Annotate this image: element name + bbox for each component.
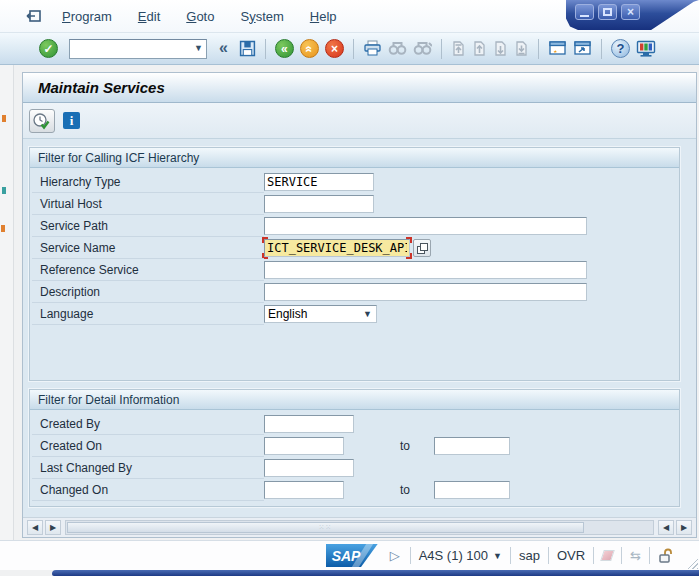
created-on-from-input[interactable] xyxy=(264,437,344,455)
reference-service-label: Reference Service xyxy=(40,263,264,277)
menu-edit[interactable]: Edit xyxy=(138,9,160,24)
created-by-input[interactable] xyxy=(264,415,354,433)
created-on-to-input[interactable] xyxy=(434,437,510,455)
service-name-label: Service Name xyxy=(40,241,264,255)
multiple-selection-button[interactable] xyxy=(413,239,431,257)
customize-layout-button[interactable] xyxy=(636,40,656,58)
service-path-input[interactable] xyxy=(264,217,587,235)
created-on-label: Created On xyxy=(40,439,264,453)
resize-grip[interactable] xyxy=(685,556,698,569)
hierarchy-type-input[interactable] xyxy=(264,173,374,191)
information-button[interactable]: i xyxy=(63,112,80,129)
find-button[interactable] xyxy=(388,41,407,56)
exit-icon: « xyxy=(303,45,315,52)
changed-on-from-input[interactable] xyxy=(264,481,344,499)
description-label: Description xyxy=(40,285,264,299)
status-separator xyxy=(621,547,622,564)
exit-button[interactable]: « xyxy=(300,39,319,58)
command-input[interactable] xyxy=(70,41,182,57)
scroll-right-button[interactable]: ▶ xyxy=(676,520,692,535)
filter-detail-groupbox: Filter for Detail Information Created By… xyxy=(29,389,680,507)
next-page-button[interactable] xyxy=(493,40,508,57)
form-row: Changed On to xyxy=(30,479,679,501)
scroll-left-button[interactable]: ◀ xyxy=(658,520,674,535)
last-changed-by-input[interactable] xyxy=(264,459,354,477)
collapse-toolbar-icon[interactable]: « xyxy=(219,39,228,57)
menu-goto[interactable]: Goto xyxy=(186,9,214,24)
menu-system[interactable]: System xyxy=(240,9,283,24)
close-button[interactable]: × xyxy=(621,4,640,20)
sap-gui-window: Program Edit Goto System Help × ✓ ▼ « « … xyxy=(0,0,699,576)
status-expand-icon[interactable]: ▷ xyxy=(390,548,400,563)
toolbar-separator xyxy=(353,39,354,59)
execute-button[interactable] xyxy=(29,109,55,133)
maximize-button[interactable] xyxy=(598,4,617,20)
form-row: Reference Service xyxy=(30,259,679,281)
system-session-info[interactable]: A4S (1) 100 xyxy=(419,548,488,563)
save-button[interactable] xyxy=(239,40,256,57)
status-separator xyxy=(510,547,511,564)
form-row: Service Name xyxy=(30,237,679,259)
save-icon xyxy=(239,40,256,57)
form-row: Created By xyxy=(30,413,679,435)
last-page-button[interactable] xyxy=(514,40,529,57)
language-select[interactable]: English ▼ xyxy=(264,305,377,323)
enter-button[interactable]: ✓ xyxy=(39,39,58,58)
command-field-wrap: ▼ xyxy=(69,39,207,59)
filter-icf-groupbox: Filter for Calling ICF Hierarchy Hierarc… xyxy=(29,147,680,381)
cancel-button[interactable]: × xyxy=(325,39,344,58)
window-margin xyxy=(0,65,14,540)
new-session-icon xyxy=(548,40,567,57)
menu-help[interactable]: Help xyxy=(310,9,337,24)
margin-speck xyxy=(2,115,6,122)
help-button[interactable]: ? xyxy=(611,39,630,58)
first-page-icon xyxy=(451,40,466,57)
check-icon: ✓ xyxy=(43,43,53,55)
close-icon: × xyxy=(627,6,634,18)
reference-service-input[interactable] xyxy=(264,261,587,279)
command-dropdown-icon[interactable]: ▼ xyxy=(194,43,203,53)
page-title: Maintain Services xyxy=(38,79,165,96)
alert-icon xyxy=(600,550,615,561)
hierarchy-type-label: Hierarchy Type xyxy=(40,175,264,189)
minimize-button[interactable] xyxy=(575,4,594,20)
print-icon xyxy=(363,40,382,57)
scrollbar-thumb[interactable]: ⁙⁙ xyxy=(67,522,584,533)
toolbar-separator xyxy=(265,39,266,59)
scroll-right-button[interactable]: ▶ xyxy=(45,520,61,535)
find-next-icon xyxy=(413,41,432,56)
create-shortcut-button[interactable] xyxy=(573,40,592,57)
margin-speck xyxy=(2,187,6,194)
focus-corner xyxy=(406,237,412,243)
groupbox-title: Filter for Calling ICF Hierarchy xyxy=(30,148,679,168)
system-dropdown-icon[interactable]: ▼ xyxy=(493,551,502,561)
status-bar: SAP ▷ A4S (1) 100 ▼ sap OVR ⇆ xyxy=(0,540,699,570)
last-changed-by-label: Last Changed By xyxy=(40,461,264,475)
service-name-input[interactable] xyxy=(264,239,410,257)
form-row: Hierarchy Type xyxy=(30,171,679,193)
insert-mode-indicator[interactable]: OVR xyxy=(557,548,585,563)
status-separator xyxy=(410,547,411,564)
virtual-host-input[interactable] xyxy=(264,195,374,213)
unlocked-padlock-icon[interactable] xyxy=(658,548,673,564)
menu-program[interactable]: Program xyxy=(62,9,112,24)
find-next-button[interactable] xyxy=(413,41,432,56)
scroll-left-button[interactable]: ◀ xyxy=(27,520,43,535)
service-name-focus-frame xyxy=(264,239,410,257)
scrollbar-track[interactable]: ⁙⁙ xyxy=(65,520,654,535)
create-shortcut-icon xyxy=(573,40,592,57)
first-page-button[interactable] xyxy=(451,40,466,57)
description-input[interactable] xyxy=(264,283,587,301)
previous-page-button[interactable] xyxy=(472,40,487,57)
changed-on-to-input[interactable] xyxy=(434,481,510,499)
new-session-button[interactable] xyxy=(548,40,567,57)
data-transfer-icon: ⇆ xyxy=(630,548,641,563)
language-label: Language xyxy=(40,307,264,321)
back-button[interactable]: « xyxy=(275,39,294,58)
screen-title-bar: Maintain Services xyxy=(23,73,696,103)
print-button[interactable] xyxy=(363,40,382,57)
system-menu-icon[interactable] xyxy=(26,9,42,23)
status-separator xyxy=(593,547,594,564)
info-icon: i xyxy=(70,113,74,129)
standard-toolbar: ✓ ▼ « « « × xyxy=(0,33,699,65)
